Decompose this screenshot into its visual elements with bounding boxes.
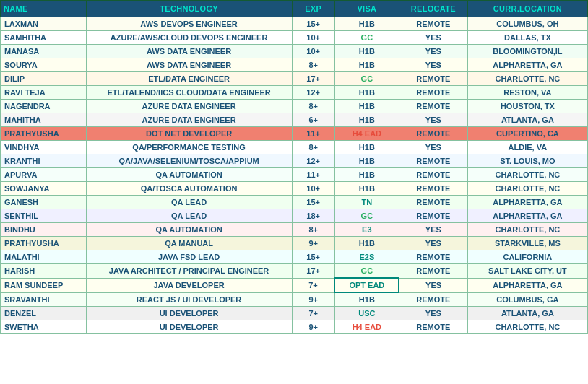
cell-exp: 11+ [292,127,334,141]
cell-location: ALPHARETTA, GA [467,58,587,72]
cell-exp: 8+ [292,58,334,72]
cell-relocate: YES [399,223,467,237]
cell-name: MANASA [1,45,87,58]
header-location: CURR.LOCATION [467,1,587,17]
table-row: SENTHILQA LEAD18+GCREMOTEALPHARETTA, GA [1,209,588,223]
cell-visa: H4 EAD [334,320,399,334]
cell-name: BINDHU [1,223,87,237]
cell-exp: 12+ [292,86,334,100]
table-row: SRAVANTHIREACT JS / UI DEVELOPER9+H1BREM… [1,292,588,307]
table-row: DENZELUI DEVELOPER7+USCYESATLANTA, GA [1,307,588,320]
cell-location: CHARLOTTE, NC [467,168,587,182]
cell-location: ALPHARETTA, GA [467,209,587,223]
cell-exp: 10+ [292,45,334,58]
cell-visa: H1B [334,168,399,182]
cell-visa: USC [334,307,399,320]
cell-exp: 18+ [292,209,334,223]
cell-location: DALLAS, TX [467,31,587,45]
table-row: PRATHYUSHADOT NET DEVELOPER11+H4 EADREMO… [1,127,588,141]
cell-visa: H1B [334,86,399,100]
cell-visa: H1B [334,237,399,250]
cell-name: DENZEL [1,307,87,320]
cell-tech: AWS DATA ENGINEER [86,58,292,72]
cell-exp: 8+ [292,141,334,154]
cell-exp: 9+ [292,237,334,250]
cell-name: PRATHYUSHA [1,237,87,250]
cell-relocate: REMOTE [399,72,467,86]
cell-visa: H1B [334,154,399,168]
cell-tech: QA AUTOMATION [86,168,292,182]
table-row: LAXMANAWS DEVOPS ENGINEER15+H1BREMOTECOL… [1,17,588,31]
cell-exp: 10+ [292,31,334,45]
cell-visa: H1B [334,182,399,196]
table-row: SOWJANYAQA/TOSCA AUTOMATION10+H1BREMOTEC… [1,182,588,196]
cell-visa: GC [334,31,399,45]
cell-tech: AZURE/AWS/CLOUD DEVOPS ENGINEER [86,31,292,45]
cell-tech: JAVA ARCHITECT / PRINCIPAL ENGINEER [86,264,292,279]
cell-relocate: REMOTE [399,127,467,141]
cell-location: HOUSTON, TX [467,100,587,113]
cell-location: SALT LAKE CITY, UT [467,264,587,279]
cell-relocate: REMOTE [399,292,467,307]
cell-location: CHARLOTTE, NC [467,182,587,196]
cell-tech: QA MANUAL [86,237,292,250]
cell-visa: H1B [334,17,399,31]
table-row: SAMHITHAAZURE/AWS/CLOUD DEVOPS ENGINEER1… [1,31,588,45]
cell-relocate: REMOTE [399,17,467,31]
table-header-row: NAME TECHNOLOGY EXP VISA RELOCATE CURR.L… [1,1,588,17]
cell-tech: ETL/TALEND/IICS CLOUD/DATA ENGINEER [86,86,292,100]
header-exp: EXP [292,1,334,17]
cell-tech: AWS DEVOPS ENGINEER [86,17,292,31]
cell-location: COLUMBUS, GA [467,292,587,307]
cell-tech: QA LEAD [86,196,292,209]
cell-exp: 7+ [292,278,334,292]
cell-relocate: YES [399,58,467,72]
cell-location: BLOOMINGTON,IL [467,45,587,58]
cell-relocate: YES [399,113,467,127]
cell-name: SAMHITHA [1,31,87,45]
table-row: MANASAAWS DATA ENGINEER10+H1BYESBLOOMING… [1,45,588,58]
cell-visa: H1B [334,292,399,307]
cell-location: ALPHARETTA, GA [467,278,587,292]
cell-name: HARISH [1,264,87,279]
cell-exp: 10+ [292,182,334,196]
cell-relocate: REMOTE [399,320,467,334]
cell-tech: AZURE DATA ENGINEER [86,113,292,127]
cell-location: ALDIE, VA [467,141,587,154]
cell-visa: TN [334,196,399,209]
cell-visa: GC [334,209,399,223]
cell-name: LAXMAN [1,17,87,31]
cell-exp: 9+ [292,320,334,334]
cell-name: DILIP [1,72,87,86]
cell-name: SRAVANTHI [1,292,87,307]
cell-relocate: REMOTE [399,250,467,264]
cell-exp: 7+ [292,307,334,320]
table-row: MAHITHAAZURE DATA ENGINEER6+H1BYESATLANT… [1,113,588,127]
cell-name: SENTHIL [1,209,87,223]
cell-location: CHARLOTTE, NC [467,223,587,237]
table-row: DILIPETL/DATA ENGINEER17+GCREMOTECHARLOT… [1,72,588,86]
header-technology: TECHNOLOGY [86,1,292,17]
cell-name: SWETHA [1,320,87,334]
cell-relocate: REMOTE [399,168,467,182]
cell-visa: H1B [334,141,399,154]
cell-relocate: REMOTE [399,86,467,100]
cell-name: NAGENDRA [1,100,87,113]
table-row: PRATHYUSHAQA MANUAL9+H1BYESSTARKVILLE, M… [1,237,588,250]
cell-exp: 15+ [292,196,334,209]
cell-exp: 15+ [292,250,334,264]
cell-relocate: YES [399,31,467,45]
table-row: MALATHIJAVA FSD LEAD15+E2SREMOTECALIFORN… [1,250,588,264]
cell-name: MAHITHA [1,113,87,127]
table-row: HARISHJAVA ARCHITECT / PRINCIPAL ENGINEE… [1,264,588,279]
cell-visa: E2S [334,250,399,264]
cell-name: KRANTHI [1,154,87,168]
cell-tech: QA/PERFORMANCE TESTING [86,141,292,154]
table-row: VINDHYAQA/PERFORMANCE TESTING8+H1BYESALD… [1,141,588,154]
table-row: GANESHQA LEAD15+TNREMOTEALPHARETTA, GA [1,196,588,209]
cell-exp: 9+ [292,292,334,307]
cell-exp: 17+ [292,264,334,279]
header-relocate: RELOCATE [399,1,467,17]
cell-tech: UI DEVELOPER [86,320,292,334]
cell-visa: H1B [334,113,399,127]
